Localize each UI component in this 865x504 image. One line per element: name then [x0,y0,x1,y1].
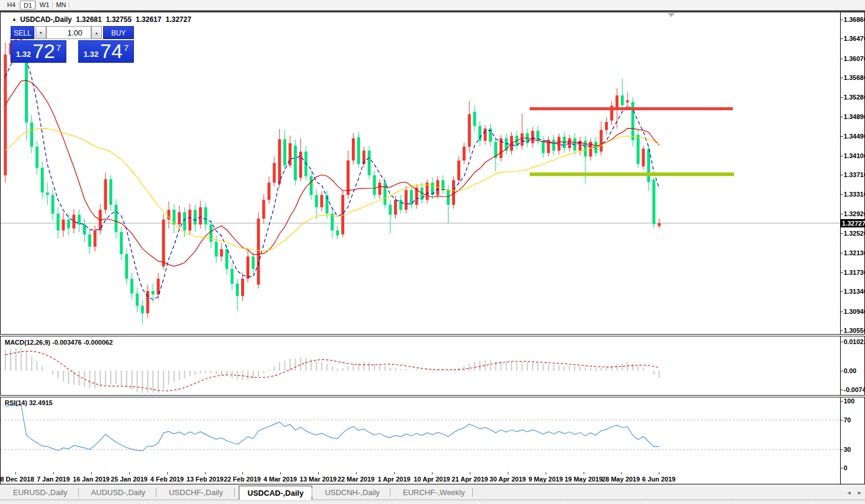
candle-body [310,176,313,195]
support-line[interactable] [530,172,734,176]
candle-body [542,141,544,153]
status-bar-separator [562,502,563,504]
candle-body [194,210,197,224]
price-axis-tick [841,117,843,117]
candle-body [626,100,629,102]
chart-tab-bar: EURUSD-,DailyAUDUSD-,DailyUSDCHF-,DailyU… [0,485,865,500]
price-axis-label: 1.33710 [844,171,865,178]
timeframe-button-w1[interactable]: W1 [37,1,52,9]
date-axis-label: 30 Apr 2019 [489,476,526,483]
candle-body [204,207,207,224]
price-axis-tick [841,233,843,234]
price-axis-tick [841,312,843,312]
macd-signal-line [5,351,659,391]
volume-input[interactable] [46,26,91,39]
candle-body [315,195,318,207]
resistance-line[interactable] [530,107,733,110]
price-axis-tick [841,136,843,137]
tab-separator [78,488,79,497]
macd-axis-label: 0.00 [844,367,856,374]
chart-tab-audusd-daily[interactable]: AUDUSD-,Daily [83,486,154,500]
candle-body [521,133,524,146]
candle-body [146,291,149,313]
candle-body [67,220,70,229]
quote-high: 1.32755 [106,15,132,24]
date-axis-tick [659,472,659,474]
candle-body [236,284,239,296]
sell-button[interactable]: SELL [11,26,34,39]
rsi-pane[interactable] [1,397,840,472]
date-axis-tick [356,472,357,474]
date-axis-label: 28 Dec 2018 [0,476,34,483]
rsi-value: 32.4915 [29,399,53,406]
ask-big-digits: 74 [100,40,123,63]
collapse-arrow-icon[interactable]: ▲ [12,17,17,22]
chart-tab-usdcnh-daily[interactable]: USDCNH-,Daily [316,486,387,500]
macd-pane[interactable] [1,337,840,394]
candle-body [658,223,661,226]
candle-body [600,130,603,152]
chart-shift-marker-icon[interactable] [668,13,675,17]
chart-tab-eurchf-weekly[interactable]: EURCHF-,Weekly [395,486,473,500]
candle-body [357,137,360,164]
candle-body [141,306,144,313]
volume-decrease-button[interactable]: ▼ [36,26,46,39]
ask-price-box[interactable]: 1.32 74 7 [78,40,134,63]
candle-body [94,230,97,246]
rsi-axis-label: 70 [844,416,851,423]
candle-body [283,139,286,165]
buy-button[interactable]: BUY [103,26,134,39]
date-axis-tick [584,472,584,474]
candle-body [452,180,455,205]
date-axis-tick [167,472,168,474]
date-axis-tick [318,472,319,474]
tab-scroll-right-button[interactable]: ► [855,488,864,497]
volume-increase-button[interactable]: ▲ [91,26,102,39]
price-axis-label: 1.30550 [844,327,865,334]
pane-separator-macd[interactable] [0,334,865,336]
toolbar-separator [52,1,53,9]
candle-body [299,152,302,178]
chart-tab-usdcad-daily[interactable]: USDCAD-,Daily [239,486,313,500]
candle-body [447,190,450,205]
ask-pip-digit: 7 [124,43,129,53]
candle-body [78,214,81,224]
price-axis-tick [841,175,843,175]
date-axis-label: 28 May 2019 [602,476,640,483]
timeframe-button-d1[interactable]: D1 [20,1,36,9]
rsi-axis-tick [841,420,843,420]
tab-separator [156,488,156,497]
price-axis-label: 1.35280 [844,94,865,101]
bid-price-box[interactable]: 1.32 72 7 [11,40,66,63]
candle-body [616,95,619,108]
date-axis-label: 6 Jun 2019 [642,476,675,483]
tab-separator [472,488,473,497]
date-axis-tick [470,472,470,474]
macd-axis-label: -0.007472 [844,386,865,393]
price-axis-tick [841,156,843,156]
timeframe-button-mn[interactable]: MN [53,1,69,9]
price-axis-tick [841,214,843,214]
candle-body [46,192,49,195]
candle-body [347,160,350,195]
candle-body [405,190,408,210]
price-axis-label: 1.30940 [844,308,865,315]
candle-body [473,112,476,126]
date-axis-label: 16 Jan 2019 [73,476,110,483]
status-bar-separator [312,502,312,504]
date-axis-tick [621,472,621,474]
spin-up-icon: ▲ [95,31,99,35]
chart-tab-usdchf-daily[interactable]: USDCHF-,Daily [161,486,231,500]
chart-tab-eurusd-daily[interactable]: EURUSD-,Daily [5,486,76,500]
candle-body [378,182,381,195]
date-axis-label: 21 Apr 2019 [451,476,488,483]
tab-separator [312,488,312,497]
timeframe-button-h4[interactable]: H4 [4,1,19,9]
price-axis-label: 1.33310 [844,191,865,198]
candle-body [368,150,371,175]
date-axis-label: 4 Mar 2019 [264,476,297,483]
tab-scroll-left-button[interactable]: ◄ [844,488,854,497]
macd-axis-tick [841,371,843,371]
price-axis-label: 1.34100 [844,152,865,159]
candle-body [642,149,645,166]
